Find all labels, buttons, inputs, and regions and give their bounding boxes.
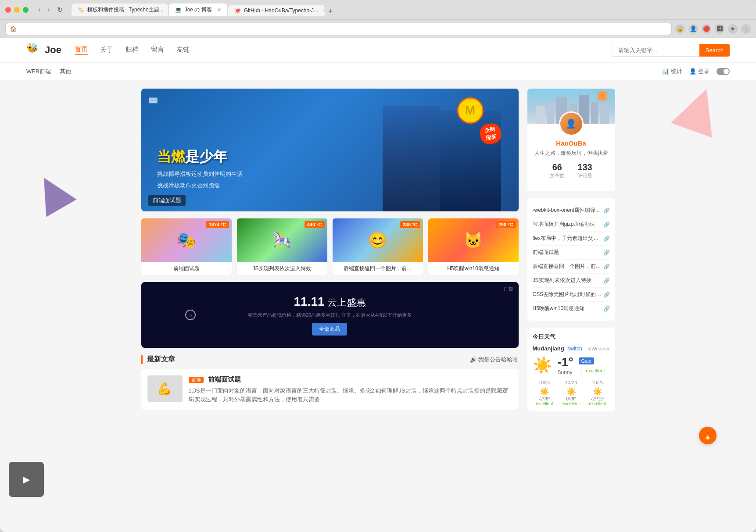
article-link-6[interactable]: JS实现列表依次进入特效 🔗 — [533, 274, 610, 288]
article-link-8[interactable]: H5唤醒win10消息通知 🔗 — [533, 302, 610, 315]
float-scroll-top-btn[interactable]: 🔥 — [699, 427, 717, 444]
article-link-4-icon: 🔗 — [603, 250, 610, 256]
tab1-label: 模板和插件投稿 - Typecho主题... — [87, 6, 164, 14]
sub-nav: WEB前端 其他 📊 统计 👤 登录 — [0, 62, 756, 80]
sub-nav-left: WEB前端 其他 — [26, 68, 71, 75]
browser-frame: ‹ › ↻ 🏷️ 模板和插件投稿 - Typecho主题... ✕ 💻 Joe … — [0, 0, 756, 532]
profile-cover: 👤 — [527, 89, 615, 124]
svg-rect-6 — [600, 106, 609, 124]
profile-articles-label: 文章数 — [550, 172, 564, 179]
article-link-5[interactable]: 后端直接返回一个图片，前端... 🔗 — [533, 260, 610, 274]
ad-banner[interactable]: ▷ 11.11 云上盛惠 精选云产品超低价格，精选20品类多重好礼 立享，在更大… — [141, 282, 519, 348]
nav-item-guestbook[interactable]: 留言 — [151, 46, 164, 55]
theme-toggle[interactable] — [717, 68, 730, 75]
ad-date: 11.11 — [294, 295, 324, 309]
weather-forecast: 10/23 ☀️ -2°/6° excellent 10/24 ☀️ 0°/8°… — [533, 380, 610, 406]
sub-nav-web[interactable]: WEB前端 — [26, 68, 51, 75]
address-bar[interactable]: 🏠 — [5, 23, 672, 35]
website: 🐝 Joe 首页 关于 归档 留言 友链 Search WEB前端 其 — [0, 38, 756, 532]
weather-temp-main: -1° — [558, 355, 573, 369]
address-favicon: 🏠 — [10, 26, 17, 32]
small-card-1-label: 前端面试题 — [141, 262, 232, 275]
nav-item-home[interactable]: 首页 — [75, 45, 88, 55]
article-link-5-icon: 🔗 — [603, 264, 610, 270]
browser-tab-3[interactable]: 🐙 GitHub - HaoOuBa/Typecho-J... ✕ — [228, 5, 325, 16]
stats-link[interactable]: 📊 统计 — [662, 68, 682, 75]
article-link-7[interactable]: CSS去除无图片地址时候的边框 🔗 — [533, 288, 610, 302]
close-window-btn[interactable] — [5, 7, 11, 13]
hero-text-block: 当燃是少年 挑战探寻滑板运动员刘佳明的生活 挑战滑板动作火否到跑墙 — [157, 147, 243, 189]
profile-comments-label: 评论量 — [577, 172, 592, 179]
search-button[interactable]: Search — [699, 44, 730, 57]
weather-day-2: 10/24 ☀️ 0°/8° excellent — [559, 380, 583, 406]
tab2-close-btn[interactable]: ✕ — [217, 7, 221, 13]
article-1-thumb: 💪 — [147, 375, 183, 402]
article-link-3-icon: 🔗 — [603, 236, 610, 242]
svg-rect-5 — [591, 102, 598, 124]
small-card-2-temp: 440 °C — [305, 221, 325, 228]
hero-main-title: 当燃是少年 — [157, 147, 243, 167]
site-header: 🐝 Joe 首页 关于 归档 留言 友链 Search — [0, 38, 756, 62]
ad-banner-inner: 11.11 云上盛惠 精选云产品超低价格，精选20品类多重好礼 立享，在更大从4… — [248, 295, 412, 336]
extension-btn-1[interactable]: 🔒 — [675, 24, 685, 34]
article-link-6-text: JS实现列表依次进入特效 — [533, 277, 602, 284]
weather-wind-quality: Gale | excellent — [579, 357, 605, 374]
announcement-text: 🔊 我是公告哈哈哈 — [470, 356, 519, 364]
nav-item-archive[interactable]: 归档 — [125, 46, 139, 55]
login-link[interactable]: 👤 登录 — [689, 68, 709, 75]
small-card-2[interactable]: 🎠 440 °C JS实现列表依次进入特效 — [237, 218, 327, 275]
article-link-1-text: -webkit-box-orient属性编译... — [533, 207, 602, 214]
article-link-4[interactable]: 前端面试题 🔗 — [533, 246, 610, 260]
weather-pipe: | — [580, 366, 582, 374]
article-link-1[interactable]: -webkit-box-orient属性编译... 🔗 — [533, 204, 610, 218]
maximize-window-btn[interactable] — [23, 7, 29, 13]
article-1-tag: 置顶 — [189, 377, 204, 383]
nav-item-about[interactable]: 关于 — [100, 46, 113, 55]
article-item-1[interactable]: 💪 置顶 前端面试题 1.JS是一门面向对象的语言，面向对象语言的三大特征封装、… — [141, 369, 519, 410]
weather-day-2-temp: 0°/8° — [559, 396, 583, 401]
article-link-3-text: flex布局中，子元素超出父元... — [533, 235, 602, 242]
new-tab-button[interactable]: + — [326, 7, 336, 16]
extension-btn-6[interactable]: ⋮ — [741, 24, 751, 34]
refresh-button[interactable]: ↻ — [54, 5, 65, 15]
nav-item-friends[interactable]: 友链 — [176, 46, 190, 55]
extension-btn-2[interactable]: 👤 — [688, 24, 698, 34]
header-left: 🐝 Joe 首页 关于 归档 留言 友链 — [26, 43, 190, 57]
back-button[interactable]: ‹ — [36, 5, 43, 15]
article-link-2[interactable]: 宝塔面板开启gizp压缩办法 🔗 — [533, 218, 610, 232]
site-logo[interactable]: 🐝 Joe — [26, 43, 61, 57]
weather-switch-btn[interactable]: switch — [567, 346, 582, 352]
traffic-lights — [5, 7, 29, 13]
mascot-video[interactable]: ▶ — [9, 462, 44, 497]
mcdonalds-badge: M — [457, 97, 484, 124]
small-card-2-label: JS实现列表依次进入特效 — [237, 262, 327, 275]
hero-banner[interactable]: ✉️ 当燃是少年 挑战探寻滑板运动员刘佳明的生活 挑战滑板动作火否到跑墙 — [141, 89, 519, 211]
logo-icon: 🐝 — [26, 43, 41, 57]
section-title: 最新文章 🔊 我是公告哈哈哈 — [141, 355, 519, 364]
small-card-4[interactable]: 🐱 290 °C H5唤醒win10消息通知 — [428, 218, 519, 275]
extension-btn-5[interactable]: ★ — [728, 24, 738, 34]
article-link-3[interactable]: flex布局中，子元素超出父元... 🔗 — [533, 232, 610, 246]
weather-sun-icon: ☀️ — [533, 356, 552, 375]
tab2-label: Joe の 博客 — [185, 6, 212, 14]
forward-button[interactable]: › — [45, 5, 52, 15]
ad-btn[interactable]: 全部商品 — [312, 323, 347, 336]
extension-btn-3[interactable]: 🔴 — [702, 24, 711, 34]
weather-day-2-label: 10/24 — [559, 380, 583, 385]
extension-btn-4[interactable]: 🅱 — [715, 24, 724, 34]
weather-day-3-label: 10/25 — [586, 380, 610, 385]
small-card-1[interactable]: 🎭 1874 °C 前端面试题 — [141, 218, 232, 275]
minimize-window-btn[interactable] — [14, 7, 20, 13]
weather-widget: 今日天气 Mudanjiang switch HeWeather ☀️ -1° … — [527, 328, 615, 411]
sub-nav-other[interactable]: 其他 — [60, 68, 71, 75]
browser-tab-1[interactable]: 🏷️ 模板和插件投稿 - Typecho主题... ✕ — [72, 4, 168, 16]
browser-tab-2[interactable]: 💻 Joe の 博客 ✕ — [169, 4, 227, 16]
video-play-icon[interactable]: ▶ — [23, 474, 30, 485]
small-card-3[interactable]: 😊 338 °C 后端直接返回一个图片，前... — [333, 218, 423, 275]
article-link-8-text: H5唤醒win10消息通知 — [533, 305, 602, 312]
profile-bio: 人生之路，难免坎坷，但我执着 — [534, 150, 608, 157]
weather-day-3-icon: ☀️ — [586, 387, 610, 396]
search-input[interactable] — [612, 44, 699, 57]
tab3-close-btn[interactable]: ✕ — [323, 7, 325, 13]
tab2-favicon: 💻 — [175, 7, 181, 13]
